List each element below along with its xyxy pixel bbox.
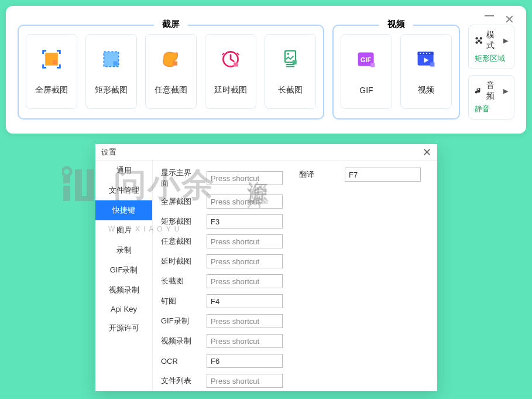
long-icon — [279, 47, 302, 71]
svg-rect-4 — [173, 62, 177, 66]
shortcut-row: 钉图 — [161, 294, 283, 308]
shortcut-row: OCR — [161, 354, 283, 368]
shortcut-label: OCR — [161, 357, 198, 366]
shortcut-row: 矩形截图 — [161, 214, 283, 229]
svg-text:GIF: GIF — [361, 56, 371, 63]
audio-selector[interactable]: 音频 ▶ 静音 — [468, 75, 514, 120]
shortcut-label: 任意截图 — [161, 236, 198, 247]
freeform-capture-button[interactable]: 任意截图 — [145, 34, 197, 109]
main-window: ✕ 截屏 全屏截图 矩形截图 — [6, 6, 526, 134]
nav-image[interactable]: 图片 — [95, 220, 152, 240]
svg-point-26 — [63, 168, 71, 176]
freeform-icon — [159, 47, 183, 71]
fullscreen-label: 全屏截图 — [35, 85, 68, 96]
video-icon — [414, 47, 438, 71]
minimize-button[interactable] — [485, 15, 494, 16]
svg-rect-9 — [293, 60, 297, 64]
shortcut-row: 视频录制 — [161, 334, 283, 348]
audio-label: 音频 — [486, 80, 500, 101]
shortcut-label: 全屏截图 — [161, 196, 198, 207]
mode-selector[interactable]: 模式 ▶ 矩形区域 — [468, 25, 514, 69]
svg-point-23 — [480, 41, 482, 43]
svg-point-20 — [475, 37, 478, 39]
video-record-button[interactable]: 视频 — [400, 34, 452, 109]
svg-point-18 — [429, 53, 430, 54]
delayed-capture-button[interactable]: 延时截图 — [205, 34, 256, 109]
nav-video-record[interactable]: 视频录制 — [95, 280, 152, 300]
shortcut-input[interactable] — [207, 294, 283, 308]
settings-title: 设置 — [101, 147, 116, 158]
nav-record[interactable]: 录制 — [95, 240, 152, 260]
shortcut-label: 矩形截图 — [161, 216, 198, 227]
svg-rect-6 — [234, 62, 238, 66]
svg-point-15 — [420, 53, 421, 54]
rect-capture-button[interactable]: 矩形截图 — [85, 34, 137, 109]
shortcut-input[interactable] — [207, 214, 283, 229]
delayed-label: 延时截图 — [214, 85, 247, 96]
shortcut-input[interactable] — [207, 314, 283, 328]
music-note-icon — [475, 86, 483, 96]
chevron-right-icon: ▶ — [503, 87, 508, 95]
screenshot-group: 截屏 全屏截图 矩形截图 任意截图 — [18, 25, 324, 120]
shortcut-input[interactable] — [207, 254, 283, 268]
side-controls: 模式 ▶ 矩形区域 音频 ▶ 静音 — [468, 25, 514, 120]
long-label: 长截图 — [278, 85, 303, 96]
shortcut-input[interactable] — [207, 334, 283, 348]
gif-icon: GIF — [355, 48, 378, 71]
shortcut-input[interactable] — [207, 171, 283, 185]
freeform-label: 任意截图 — [155, 85, 187, 96]
settings-body: 通用 文件管理 快捷键 图片 录制 GIF录制 视频录制 Api Key 开源许… — [95, 161, 437, 391]
shortcut-row: GIF录制 — [161, 314, 283, 328]
settings-content: 显示主界面全屏截图矩形截图任意截图延时截图长截图钉图GIF录制视频录制OCR文件… — [153, 161, 437, 391]
audio-value: 静音 — [475, 104, 508, 114]
shortcut-row: 全屏截图 — [161, 195, 283, 209]
shortcut-label: 翻译 — [299, 169, 337, 180]
screenshot-legend: 截屏 — [154, 19, 188, 30]
svg-point-22 — [475, 41, 478, 43]
nav-general[interactable]: 通用 — [95, 161, 152, 180]
settings-sidebar: 通用 文件管理 快捷键 图片 录制 GIF录制 视频录制 Api Key 开源许… — [95, 161, 153, 391]
svg-rect-29 — [75, 196, 94, 201]
settings-close-button[interactable]: ✕ — [423, 146, 431, 159]
fullscreen-capture-button[interactable]: 全屏截图 — [26, 34, 77, 109]
video-legend: 视频 — [379, 19, 413, 30]
shortcut-label: 钉图 — [161, 296, 198, 306]
nav-gif-record[interactable]: GIF录制 — [95, 260, 152, 280]
svg-rect-19 — [430, 62, 434, 66]
nav-api-key[interactable]: Api Key — [95, 300, 152, 318]
gif-record-button[interactable]: GIF GIF — [341, 34, 392, 109]
settings-titlebar: 设置 ✕ — [95, 144, 437, 161]
svg-rect-1 — [53, 60, 57, 64]
shortcut-input[interactable] — [207, 234, 283, 248]
shortcut-row: 长截图 — [161, 274, 283, 288]
svg-rect-28 — [87, 169, 94, 201]
shortcuts-column-left: 显示主界面全屏截图矩形截图任意截图延时截图长截图钉图GIF录制视频录制OCR文件… — [161, 168, 283, 388]
nav-shortcuts[interactable]: 快捷键 — [95, 200, 152, 220]
shortcut-input[interactable] — [207, 195, 283, 209]
video-label: 视频 — [418, 85, 434, 96]
svg-point-16 — [423, 53, 424, 54]
svg-rect-12 — [370, 63, 375, 67]
video-group: 视频 GIF GIF 视频 — [332, 25, 460, 120]
shortcut-input[interactable] — [345, 168, 421, 182]
long-capture-button[interactable]: 长截图 — [265, 34, 316, 109]
mode-icon — [475, 35, 483, 46]
toolbar-ribbon: 截屏 全屏截图 矩形截图 任意截图 — [18, 25, 514, 120]
rect-label: 矩形截图 — [95, 85, 128, 96]
shortcut-input[interactable] — [207, 274, 283, 288]
shortcut-label: 长截图 — [161, 276, 198, 287]
nav-file-management[interactable]: 文件管理 — [95, 180, 152, 200]
close-button[interactable]: ✕ — [504, 15, 514, 23]
mode-value: 矩形区域 — [475, 53, 508, 64]
delayed-icon — [219, 47, 242, 71]
svg-rect-25 — [63, 176, 70, 183]
window-controls: ✕ — [18, 13, 514, 25]
shortcut-input[interactable] — [207, 354, 283, 368]
shortcut-input[interactable] — [207, 374, 283, 388]
svg-point-21 — [480, 37, 482, 39]
shortcut-label: 视频录制 — [161, 336, 198, 346]
nav-license[interactable]: 开源许可 — [95, 318, 152, 338]
shortcut-label: 延时截图 — [161, 256, 198, 267]
svg-rect-27 — [75, 169, 82, 201]
svg-point-17 — [426, 53, 427, 54]
